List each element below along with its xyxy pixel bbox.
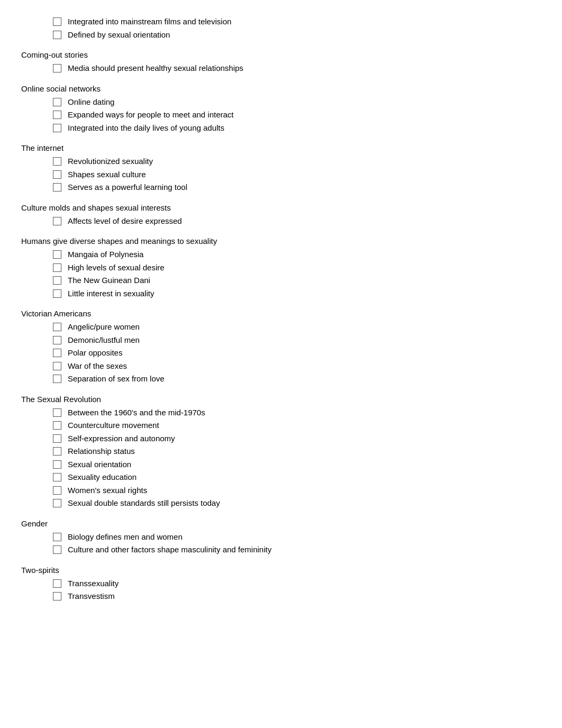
list-item-text: Culture and other factors shape masculin… [68,544,271,556]
list-item: High levels of sexual desire [53,262,541,274]
bullet-square-icon [53,349,61,357]
bullet-list-coming-out: Media should present healthy sexual rela… [21,62,541,75]
list-item: Little interest in sexuality [53,288,541,300]
section-header-gender: Gender [21,519,541,528]
list-item-text: Biology defines men and women [68,531,183,543]
list-item-text: Polar opposites [68,347,122,359]
list-item-text: Online dating [68,96,114,108]
section-online-social: Online social networksOnline datingExpan… [21,84,541,134]
list-item: Transvestism [53,590,541,603]
list-item-text: Separation of sex from love [68,373,165,385]
bullet-square-icon [53,473,61,481]
list-item-text: Counterculture movement [68,420,159,432]
section-gender: GenderBiology defines men and womenCultu… [21,519,541,556]
bullet-square-icon [53,289,61,298]
section-coming-out: Coming-out storiesMedia should present h… [21,50,541,75]
list-item-text: Relationship status [68,445,135,458]
list-item: Revolutionized sexuality [53,156,541,168]
list-item-text: Self-expression and autonomy [68,433,175,445]
section-header-online-social: Online social networks [21,84,541,93]
bullet-square-icon [53,592,61,600]
list-item: Mangaia of Polynesia [53,249,541,261]
list-item: Between the 1960's and the mid-1970s [53,407,541,419]
bullet-square-icon [53,124,61,132]
list-item-text: Shapes sexual culture [68,169,146,181]
section-culture-molds: Culture molds and shapes sexual interest… [21,203,541,228]
list-item-text: Revolutionized sexuality [68,156,153,168]
list-item: Self-expression and autonomy [53,433,541,445]
section-internet: The internetRevolutionized sexualityShap… [21,143,541,194]
bullet-square-icon [53,545,61,554]
list-item: The New Guinean Dani [53,275,541,287]
bullet-square-icon [53,362,61,370]
bullet-square-icon [53,486,61,495]
list-item-text: Women's sexual rights [68,485,147,497]
list-item-text: Sexual orientation [68,459,131,471]
bullet-list-online-social: Online datingExpanded ways for people to… [21,96,541,134]
list-item-text: Transvestism [68,590,115,603]
list-item-text: Sexuality education [68,471,137,484]
list-item: Biology defines men and women [53,531,541,543]
list-item: Affects level of desire expressed [53,215,541,228]
bullet-square-icon [53,250,61,259]
bullet-square-icon [53,460,61,469]
list-item: Transsexuality [53,578,541,590]
section-intro-bullets: Integrated into mainstream films and tel… [21,16,541,41]
bullet-square-icon [53,263,61,272]
list-item-text: Sexual double standards still persists t… [68,497,220,509]
bullet-square-icon [53,157,61,166]
list-item: Angelic/pure women [53,321,541,333]
list-item-text: Media should present healthy sexual rela… [68,62,243,75]
list-item: Defined by sexual orientation [53,29,541,41]
bullet-square-icon [53,579,61,588]
bullet-list-sexual-revolution: Between the 1960's and the mid-1970sCoun… [21,407,541,509]
list-item: Integrated into the daily lives of young… [53,122,541,134]
list-item: Relationship status [53,445,541,458]
bullet-square-icon [53,421,61,430]
list-item: Separation of sex from love [53,373,541,385]
section-header-two-spirits: Two-spirits [21,566,541,575]
bullet-square-icon [53,408,61,417]
bullet-list-victorian: Angelic/pure womenDemonic/lustful menPol… [21,321,541,385]
section-header-internet: The internet [21,143,541,152]
list-item-text: Serves as a powerful learning tool [68,181,187,194]
list-item-text: The New Guinean Dani [68,275,150,287]
section-two-spirits: Two-spiritsTranssexualityTransvestism [21,566,541,603]
list-item-text: Integrated into mainstream films and tel… [68,16,231,28]
section-sexual-revolution: The Sexual RevolutionBetween the 1960's … [21,395,541,509]
list-item-text: Transsexuality [68,578,119,590]
bullet-square-icon [53,111,61,119]
list-item-text: Between the 1960's and the mid-1970s [68,407,205,419]
list-item: Polar opposites [53,347,541,359]
bullet-list-internet: Revolutionized sexualityShapes sexual cu… [21,156,541,194]
bullet-square-icon [53,17,61,26]
bullet-list-culture-molds: Affects level of desire expressed [21,215,541,228]
list-item: War of the sexes [53,360,541,372]
list-item-text: Integrated into the daily lives of young… [68,122,224,134]
list-item-text: High levels of sexual desire [68,262,165,274]
list-item: Integrated into mainstream films and tel… [53,16,541,28]
list-item: Expanded ways for people to meet and int… [53,109,541,121]
bullet-square-icon [53,64,61,72]
list-item: Media should present healthy sexual rela… [53,62,541,75]
list-item: Shapes sexual culture [53,169,541,181]
bullet-square-icon [53,276,61,285]
bullet-square-icon [53,217,61,225]
section-victorian: Victorian AmericansAngelic/pure womenDem… [21,309,541,385]
list-item: Online dating [53,96,541,108]
list-item-text: War of the sexes [68,360,127,372]
section-header-culture-molds: Culture molds and shapes sexual interest… [21,203,541,212]
list-item: Women's sexual rights [53,485,541,497]
bullet-list-humans-diverse: Mangaia of PolynesiaHigh levels of sexua… [21,249,541,299]
bullet-list-two-spirits: TranssexualityTransvestism [21,578,541,603]
list-item-text: Expanded ways for people to meet and int… [68,109,234,121]
list-item-text: Little interest in sexuality [68,288,154,300]
section-header-sexual-revolution: The Sexual Revolution [21,395,541,404]
bullet-square-icon [53,336,61,344]
section-header-victorian: Victorian Americans [21,309,541,318]
bullet-square-icon [53,183,61,192]
list-item: Culture and other factors shape masculin… [53,544,541,556]
list-item: Sexual double standards still persists t… [53,497,541,509]
bullet-square-icon [53,447,61,456]
bullet-list-gender: Biology defines men and womenCulture and… [21,531,541,556]
